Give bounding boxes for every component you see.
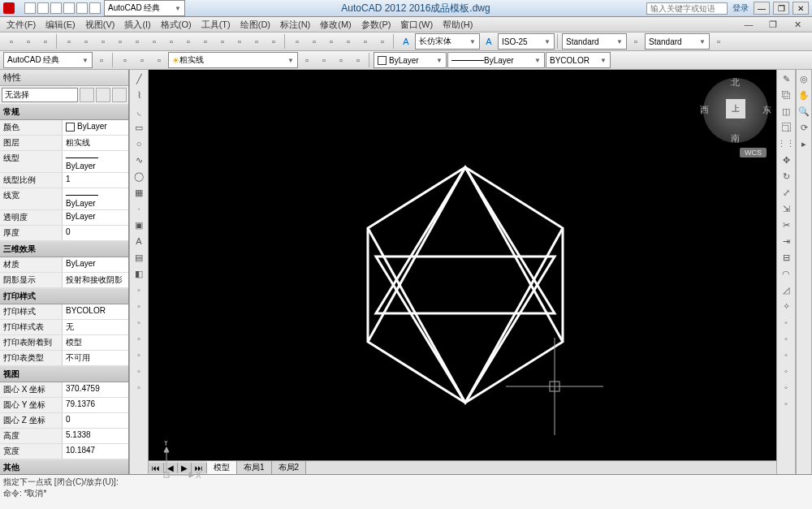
property-value[interactable]: 370.4759: [63, 382, 128, 397]
save-icon[interactable]: ▫: [37, 33, 54, 50]
drawing-canvas[interactable]: [149, 70, 782, 443]
quick-access[interactable]: [24, 2, 101, 14]
menu-tools[interactable]: 工具(T): [198, 18, 234, 32]
plotstyle-dropdown[interactable]: BYCOLOR▼: [546, 52, 611, 68]
select-icon[interactable]: [96, 88, 110, 102]
tool-icon[interactable]: ▫: [197, 33, 214, 50]
region-icon[interactable]: ◧: [132, 266, 146, 281]
property-value[interactable]: 无: [63, 320, 128, 334]
tool-icon[interactable]: ◦: [132, 315, 146, 330]
property-value[interactable]: 5.1338: [63, 429, 128, 443]
spline-icon[interactable]: ∿: [132, 153, 146, 167]
tool-icon[interactable]: ▫: [95, 33, 111, 50]
tool-icon[interactable]: ▫: [180, 33, 197, 50]
point-icon[interactable]: ·: [132, 201, 146, 216]
tool-icon[interactable]: ▫: [146, 33, 162, 50]
section-header[interactable]: 打印样式: [0, 288, 128, 304]
property-value[interactable]: 粗实线: [63, 136, 128, 150]
tab-model[interactable]: 模型: [207, 461, 237, 474]
tool-icon[interactable]: ◦: [132, 331, 146, 346]
tool-icon[interactable]: ▫: [214, 33, 231, 50]
menu-edit[interactable]: 编辑(E): [42, 18, 79, 32]
doc-close-icon[interactable]: ✕: [786, 15, 809, 33]
command-line[interactable]: 指定下一点或 [闭合(C)/放弃(U)]: 命令: *取消*: [0, 474, 812, 509]
tool-icon[interactable]: ▫: [93, 52, 110, 68]
tool-icon[interactable]: ▫: [333, 52, 349, 68]
menu-modify[interactable]: 修改(M): [317, 18, 355, 32]
property-row[interactable]: 打印表附着到模型: [0, 335, 128, 351]
qat-open-icon[interactable]: [37, 2, 49, 14]
menu-help[interactable]: 帮助(H): [439, 18, 476, 32]
tool-icon[interactable]: ◦: [132, 347, 146, 362]
property-row[interactable]: 打印样式BYCOLOR: [0, 304, 128, 320]
text-a-icon[interactable]: A: [398, 33, 414, 50]
style2-dropdown[interactable]: Standard▼: [645, 33, 710, 50]
property-value[interactable]: ByLayer: [63, 151, 128, 172]
tab-layout1[interactable]: 布局1: [237, 461, 272, 474]
property-row[interactable]: 宽度10.1847: [0, 444, 128, 459]
linetype-dropdown[interactable]: ByLayer▼: [447, 52, 545, 68]
orbit-icon[interactable]: ⟳: [797, 120, 811, 135]
qat-print-icon[interactable]: [63, 2, 75, 14]
tab-layout2[interactable]: 布局2: [272, 461, 307, 474]
close-button[interactable]: ✕: [793, 2, 809, 15]
property-row[interactable]: 圆心 Z 坐标0: [0, 413, 128, 429]
section-header[interactable]: 常规: [0, 104, 128, 120]
property-row[interactable]: 线型ByLayer: [0, 151, 128, 173]
wcs-indicator[interactable]: WCS: [740, 148, 767, 157]
tool-icon[interactable]: ▫: [248, 33, 265, 50]
tool-icon[interactable]: ▫: [117, 52, 133, 68]
help-search-input[interactable]: [646, 2, 728, 15]
tool-icon[interactable]: ▫: [112, 33, 128, 50]
menu-insert[interactable]: 插入(I): [121, 18, 153, 32]
tool-icon[interactable]: ▫: [350, 52, 366, 68]
tool-icon[interactable]: ▫: [628, 33, 644, 50]
polyline-icon[interactable]: ⌇: [132, 88, 146, 102]
property-value[interactable]: ByLayer: [63, 120, 128, 135]
property-value[interactable]: 模型: [63, 335, 128, 350]
style1-dropdown[interactable]: Standard▼: [562, 33, 627, 50]
menu-window[interactable]: 窗口(W): [397, 18, 436, 32]
tool-icon[interactable]: ▫: [357, 33, 374, 50]
hatch-icon[interactable]: ▦: [132, 185, 146, 200]
tool-icon[interactable]: ▫: [316, 52, 332, 68]
qat-redo-icon[interactable]: [89, 2, 101, 14]
text-icon[interactable]: A: [132, 234, 146, 248]
property-value[interactable]: BYCOLOR: [63, 304, 128, 319]
ellipse-icon[interactable]: ◯: [132, 169, 146, 183]
tool-icon[interactable]: ▫: [306, 33, 322, 50]
zoom-icon[interactable]: 🔍: [797, 104, 811, 119]
property-value[interactable]: 投射和接收阴影: [63, 273, 128, 287]
viewcube-top[interactable]: 上: [726, 99, 745, 119]
tool-icon[interactable]: ▫: [299, 52, 315, 68]
steering-wheel-icon[interactable]: ◎: [797, 71, 811, 86]
section-header[interactable]: 三维效果: [0, 241, 128, 257]
property-row[interactable]: 透明度ByLayer: [0, 210, 128, 226]
property-value[interactable]: 0: [63, 413, 128, 428]
tool-icon[interactable]: ▫: [340, 33, 356, 50]
tool-icon[interactable]: ▫: [266, 33, 282, 50]
property-value[interactable]: 1: [63, 173, 128, 188]
tool-icon[interactable]: ▫: [231, 33, 248, 50]
view-cube[interactable]: 北 南 东 西 上: [703, 78, 768, 143]
menu-file[interactable]: 文件(F): [3, 18, 39, 32]
tool-icon[interactable]: ▫: [129, 33, 145, 50]
doc-min-icon[interactable]: —: [737, 15, 760, 33]
property-row[interactable]: 线型比例1: [0, 173, 128, 188]
property-row[interactable]: 颜色ByLayer: [0, 120, 128, 136]
dimstyle-dropdown[interactable]: ISO-25▼: [498, 33, 555, 50]
property-value[interactable]: 79.1376: [63, 398, 128, 412]
qat-save-icon[interactable]: [50, 2, 62, 14]
menu-param[interactable]: 参数(P): [358, 18, 395, 32]
qat-undo-icon[interactable]: [76, 2, 88, 14]
property-row[interactable]: 打印样式表无: [0, 320, 128, 335]
menu-draw[interactable]: 绘图(D): [237, 18, 274, 32]
drawing-area[interactable]: 北 南 东 西 上 WCS X: [149, 70, 776, 474]
tool-icon[interactable]: ▫: [61, 33, 77, 50]
circle-icon[interactable]: ○: [132, 136, 146, 151]
layer-dropdown[interactable]: ☀ 粗实线▼: [168, 52, 298, 68]
menu-dim[interactable]: 标注(N): [277, 18, 313, 32]
pan-icon[interactable]: ✋: [797, 88, 811, 102]
tool-icon[interactable]: ▫: [78, 33, 94, 50]
section-header[interactable]: 视图: [0, 366, 128, 382]
